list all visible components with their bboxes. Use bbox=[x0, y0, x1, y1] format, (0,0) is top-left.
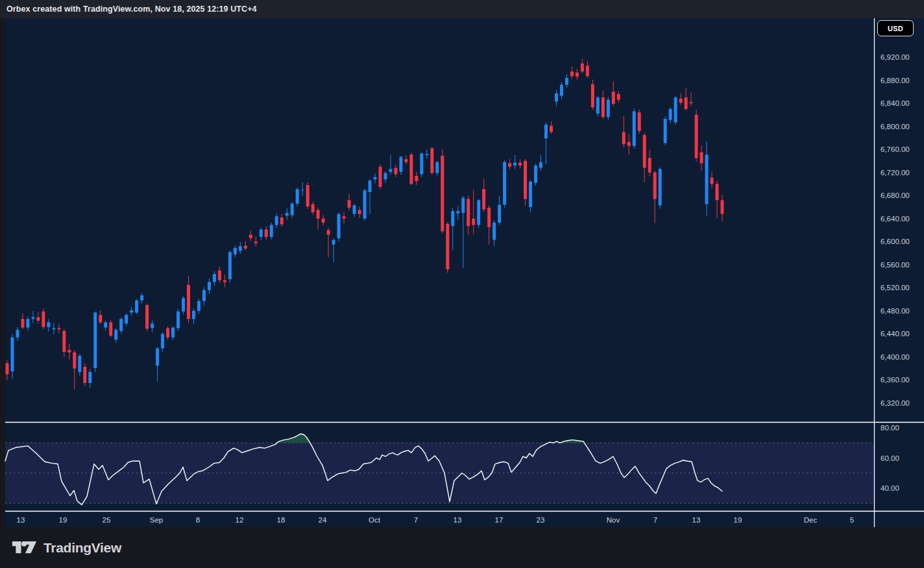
currency-label: USD bbox=[888, 25, 903, 32]
price-scale-label: 6,520.00 bbox=[881, 284, 910, 291]
top-bar: Orbex created with TradingView.com, Nov … bbox=[0, 0, 924, 18]
tradingview-logo[interactable]: TradingView bbox=[12, 539, 121, 557]
candle bbox=[270, 223, 273, 240]
candle bbox=[524, 159, 527, 206]
candle bbox=[674, 96, 677, 125]
tradingview-logo-text: TradingView bbox=[43, 540, 121, 556]
price-scale-label: 6,880.00 bbox=[881, 77, 910, 84]
candle bbox=[363, 189, 367, 221]
price-scale-label: 6,800.00 bbox=[881, 123, 910, 130]
rsi-scale-label: 80.00 bbox=[881, 424, 899, 432]
time-scale-label: 19 bbox=[59, 516, 67, 524]
currency-toggle-button[interactable]: USD bbox=[877, 20, 914, 36]
price-scale-label: 6,560.00 bbox=[881, 261, 910, 269]
time-scale-label: 18 bbox=[277, 516, 286, 524]
candle bbox=[638, 110, 641, 134]
time-scale-label: Dec bbox=[804, 516, 818, 524]
time-scale-label: 24 bbox=[319, 516, 327, 524]
price-scale-label: 6,840.00 bbox=[881, 99, 910, 107]
candle bbox=[176, 309, 180, 331]
price-scale-label: 6,760.00 bbox=[881, 145, 910, 153]
attribution-text: Orbex created with TradingView.com, Nov … bbox=[6, 5, 257, 14]
candle bbox=[695, 110, 698, 162]
candle bbox=[664, 116, 667, 145]
candle bbox=[306, 182, 310, 209]
rsi-pane[interactable] bbox=[5, 434, 874, 504]
time-scale-label: Nov bbox=[607, 516, 620, 524]
candle bbox=[337, 212, 341, 241]
time-scale-label: 17 bbox=[495, 516, 504, 524]
time-scale-label: Sep bbox=[150, 516, 163, 524]
price-scale-label: 6,440.00 bbox=[881, 330, 910, 338]
candle bbox=[145, 303, 149, 331]
candle bbox=[135, 299, 138, 314]
price-scale-label: 6,600.00 bbox=[881, 238, 910, 245]
rsi-scale-label: 40.00 bbox=[881, 484, 899, 492]
candle bbox=[409, 153, 413, 185]
candle bbox=[441, 149, 444, 233]
rsi-scale-label: 60.00 bbox=[881, 454, 899, 462]
tradingview-chart-page: Orbex created with TradingView.com, Nov … bbox=[0, 0, 924, 568]
price-scale-label: 6,920.00 bbox=[881, 53, 910, 61]
candle bbox=[446, 222, 449, 273]
time-scale-label: 7 bbox=[414, 516, 418, 524]
candle bbox=[477, 199, 480, 228]
candle bbox=[420, 153, 423, 177]
price-scale-label: 6,360.00 bbox=[881, 376, 910, 384]
tradingview-logo-icon bbox=[12, 539, 38, 557]
price-scale-label: 6,640.00 bbox=[881, 215, 910, 223]
time-scale-label: 7 bbox=[653, 516, 657, 524]
candle bbox=[534, 164, 537, 186]
time-scale-label: Oct bbox=[369, 516, 381, 524]
candle bbox=[228, 251, 232, 283]
price-scale-label: 6,400.00 bbox=[881, 353, 910, 361]
candle bbox=[659, 167, 662, 209]
time-scale-label: 19 bbox=[734, 516, 742, 524]
candle bbox=[607, 97, 610, 120]
candle bbox=[430, 147, 433, 175]
price-scale-label: 6,480.00 bbox=[881, 307, 910, 315]
time-scale-label: 8 bbox=[196, 516, 200, 524]
candle bbox=[596, 96, 600, 117]
bottom-bar: TradingView bbox=[0, 527, 924, 568]
chart-canvas[interactable]: 6,920.006,880.006,840.006,800.006,760.00… bbox=[0, 0, 924, 568]
candle bbox=[633, 108, 636, 149]
time-scale-label: 12 bbox=[236, 516, 244, 524]
time-scale-label: 13 bbox=[692, 516, 701, 524]
candle bbox=[378, 164, 382, 189]
time-scale-label: 23 bbox=[537, 516, 545, 524]
candle bbox=[109, 320, 112, 338]
price-scale-label: 6,320.00 bbox=[881, 399, 910, 407]
time-scale-label: 25 bbox=[103, 516, 111, 524]
time-scale-label: 5 bbox=[850, 516, 854, 524]
time-scale-label: 13 bbox=[17, 516, 25, 524]
candle bbox=[93, 312, 97, 372]
candle bbox=[42, 308, 45, 329]
price-scale-label: 6,680.00 bbox=[881, 191, 910, 199]
price-scale-label: 6,720.00 bbox=[881, 169, 910, 177]
time-scale-label: 13 bbox=[454, 516, 462, 524]
candle bbox=[503, 160, 506, 208]
